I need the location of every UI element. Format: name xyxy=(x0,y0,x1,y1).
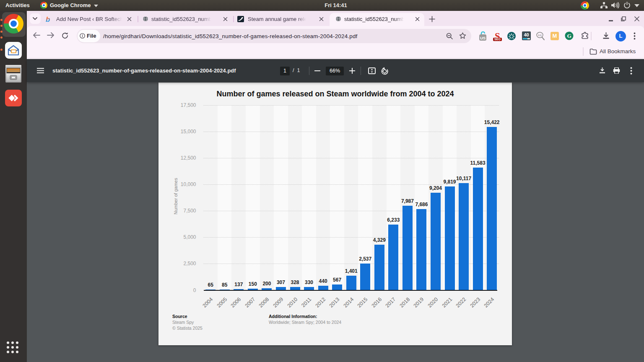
svg-text:US: US xyxy=(480,36,486,40)
svg-text:A11: A11 xyxy=(538,34,542,36)
svg-text:G: G xyxy=(567,33,572,39)
